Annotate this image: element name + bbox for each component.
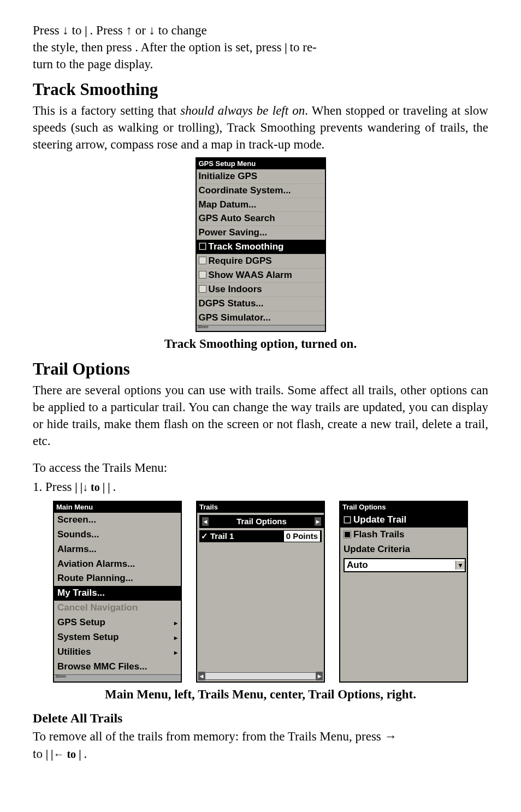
flash-trails-checkbox-icon	[344, 531, 351, 538]
delete-trails-sep1: |	[46, 748, 51, 760]
delete-trails-line1: To remove all of the trails from memory:…	[33, 730, 397, 743]
main-menu-browse-mmc-label: Browse MMC Files...	[57, 661, 147, 673]
style-step-toreturn-a: to re-	[290, 40, 317, 54]
main-menu-av-alarms-label: Aviation Alarms...	[57, 558, 135, 571]
trailopts-update-criteria-dropdown[interactable]: Auto ▾	[344, 558, 466, 573]
delete-trails-period: .	[84, 747, 87, 761]
gps-item-use-indoors-label: Use Indoors	[209, 284, 262, 294]
gps-item-require-dgps[interactable]: Require DGPS	[197, 254, 325, 268]
trails-access-step1: 1. Press | |↓ to | | .	[33, 478, 488, 495]
main-menu-screen[interactable]: Screen...	[54, 513, 181, 527]
style-step-press: Press ↓ to	[33, 23, 85, 37]
style-key-sep1: |	[85, 25, 90, 37]
trailopts-update-trail-label: Update Trail	[353, 514, 406, 526]
step1-a: 1. Press	[33, 480, 75, 494]
gps-item-require-dgps-label: Require DGPS	[209, 256, 272, 266]
main-menu-footer	[54, 674, 181, 681]
style-step-thenpress: the style, then press	[33, 40, 135, 54]
main-menu-browse-mmc[interactable]: Browse MMC Files...	[54, 660, 181, 674]
track-smoothing-heading: Track Smoothing	[33, 78, 488, 101]
main-menu-cancel-nav-label: Cancel Navigation	[57, 602, 138, 614]
submenu-arrow-icon: ▸	[169, 648, 177, 657]
dropdown-arrow-icon[interactable]: ▾	[455, 561, 465, 570]
delete-trails-left-to: |← to	[51, 748, 79, 760]
submenu-arrow-icon: ▸	[169, 633, 177, 642]
gps-item-auto-search[interactable]: GPS Auto Search	[197, 211, 325, 226]
trailopts-flash-trails-label: Flash Trails	[353, 529, 405, 541]
use-indoors-checkbox-icon	[199, 285, 206, 293]
gps-item-power-saving[interactable]: Power Saving...	[197, 226, 325, 240]
trailopts-update-trail[interactable]: Update Trail	[340, 513, 467, 527]
trailopts-flash-trails[interactable]: Flash Trails	[340, 527, 467, 542]
trails-access-line: To access the Trails Menu:	[33, 459, 488, 476]
gps-item-coord-system[interactable]: Coordinate System...	[197, 183, 325, 198]
gps-item-dgps-status[interactable]: DGPS Status...	[197, 297, 325, 311]
track-smoothing-checkbox-icon	[199, 242, 206, 250]
require-dgps-checkbox-icon	[199, 257, 206, 264]
style-step-toreturn-b: turn to the page display.	[33, 57, 153, 71]
trails-menu-option-label: Trail Options	[209, 516, 315, 527]
triple-menu-caption: Main Menu, left, Trails Menu, center, Tr…	[33, 686, 488, 703]
trail-options-heading: Trail Options	[33, 358, 488, 381]
main-menu-sounds-label: Sounds...	[57, 529, 99, 541]
scroll-right-icon[interactable]: ▸	[315, 517, 321, 526]
delete-all-trails-heading: Delete All Trails	[33, 709, 488, 727]
style-key-sep2: |	[285, 42, 289, 54]
gps-item-initialize[interactable]: Initialize GPS	[197, 169, 325, 183]
trails-menu-trail1-row[interactable]: ✓ Trail 1 0 Points	[199, 530, 322, 542]
track-smoothing-body-a: This is a factory setting that	[33, 104, 180, 117]
step1-b: |	[75, 481, 80, 493]
delete-trails-sep2: |	[79, 748, 84, 760]
main-menu-my-trails[interactable]: My Trails...	[54, 586, 181, 601]
trails-menu-hscrollbar[interactable]: ◂ ▸	[197, 671, 324, 681]
update-trail-checkbox-icon	[344, 516, 351, 524]
main-menu-gps-setup-label: GPS Setup	[57, 617, 105, 629]
gps-item-show-waas[interactable]: Show WAAS Alarm	[197, 268, 325, 282]
main-menu-screen-label: Screen...	[57, 514, 96, 526]
gps-item-track-smoothing-label: Track Smoothing	[209, 241, 284, 252]
submenu-arrow-icon: ▸	[169, 619, 177, 627]
gps-item-track-smoothing[interactable]: Track Smoothing	[197, 240, 325, 254]
main-menu-av-alarms[interactable]: Aviation Alarms...	[54, 557, 181, 572]
gps-menu-caption: Track Smoothing option, turned on.	[33, 335, 488, 352]
main-menu: Main Menu Screen... Sounds... Alarms... …	[53, 501, 182, 683]
gps-item-map-datum[interactable]: Map Datum...	[197, 198, 325, 212]
trail-visible-check-icon: ✓	[200, 531, 208, 542]
main-menu-system-setup[interactable]: System Setup▸	[54, 630, 181, 645]
trail-options-body: There are several options you can use wi…	[33, 382, 488, 449]
style-step-change: . Press ↑ or ↓ to change	[90, 23, 207, 37]
step1-e: |	[108, 481, 113, 493]
main-menu-system-setup-label: System Setup	[57, 631, 119, 644]
trail-options-menu: Trail Options Update Trail Flash Trails …	[339, 501, 468, 683]
scrollbar-track[interactable]	[205, 672, 316, 680]
main-menu-alarms-label: Alarms...	[57, 543, 97, 556]
trails-menu-title: Trails	[197, 502, 324, 513]
main-menu-alarms[interactable]: Alarms...	[54, 542, 181, 557]
step1-c: |↓ to	[80, 481, 103, 493]
track-smoothing-body: This is a factory setting that should al…	[33, 102, 488, 153]
scroll-left-icon[interactable]: ◂	[198, 672, 205, 680]
delete-all-trails-body: To remove all of the trails from memory:…	[33, 728, 488, 762]
step1-f: .	[113, 480, 116, 494]
main-menu-title: Main Menu	[54, 502, 181, 513]
trails-menu: Trails ◂ Trail Options ▸ ✓ Trail 1 0 Poi…	[196, 501, 325, 683]
trailopts-update-criteria-value: Auto	[345, 559, 455, 572]
scroll-left-icon[interactable]: ◂	[202, 517, 209, 526]
gps-item-show-waas-label: Show WAAS Alarm	[209, 270, 292, 280]
trails-menu-trail1-points: 0 Points	[283, 530, 321, 542]
trail-options-menu-title: Trail Options	[340, 502, 467, 513]
main-menu-route-plan-label: Route Planning...	[57, 572, 133, 585]
main-menu-utilities[interactable]: Utilities▸	[54, 645, 181, 660]
delete-trails-line2a: to	[33, 747, 46, 761]
gps-item-gps-simulator[interactable]: GPS Simulator...	[197, 311, 325, 325]
gps-setup-menu-title: GPS Setup Menu	[197, 158, 325, 169]
main-menu-gps-setup[interactable]: GPS Setup▸	[54, 615, 181, 630]
gps-setup-menu: GPS Setup Menu Initialize GPS Coordinate…	[196, 157, 326, 332]
gps-item-use-indoors[interactable]: Use Indoors	[197, 282, 325, 297]
main-menu-route-plan[interactable]: Route Planning...	[54, 571, 181, 586]
main-menu-sounds[interactable]: Sounds...	[54, 527, 181, 542]
show-waas-checkbox-icon	[199, 271, 206, 278]
trailopts-update-criteria-label: Update Criteria	[340, 542, 467, 557]
trails-menu-trail-options[interactable]: ◂ Trail Options ▸	[199, 515, 324, 528]
scroll-right-icon[interactable]: ▸	[316, 672, 323, 680]
